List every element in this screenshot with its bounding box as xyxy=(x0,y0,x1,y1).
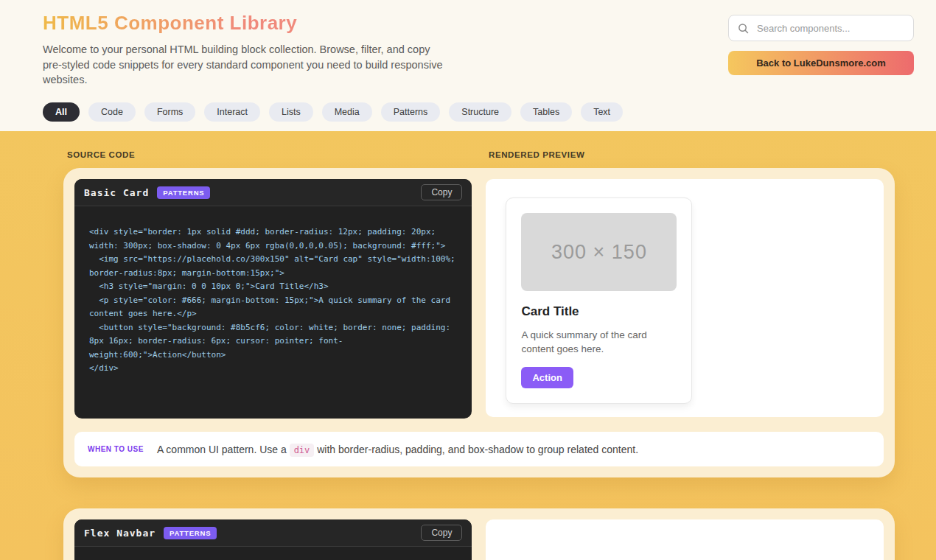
code-panel-header: Basic Card PATTERNS Copy xyxy=(74,179,472,206)
when-to-use-label: WHEN TO USE xyxy=(88,445,144,453)
search-icon xyxy=(738,23,749,34)
when-to-use-row: WHEN TO USE A common UI pattern. Use a d… xyxy=(74,432,884,466)
demo-card-title: Card Title xyxy=(521,304,677,319)
search-box[interactable] xyxy=(728,15,914,41)
filter-pill-patterns[interactable]: Patterns xyxy=(381,102,441,122)
source-code-block[interactable]: <div style="border: 1px solid #ddd; bord… xyxy=(74,206,472,391)
when-to-use-inline-code: div xyxy=(290,444,315,457)
filter-pill-forms[interactable]: Forms xyxy=(144,102,195,122)
source-code-block[interactable] xyxy=(74,547,472,560)
column-headers: SOURCE CODE RENDERED PREVIEW xyxy=(67,150,895,159)
main-content: SOURCE CODE RENDERED PREVIEW Basic Card … xyxy=(0,131,936,560)
filter-pill-interact[interactable]: Interact xyxy=(204,102,260,122)
category-badge: PATTERNS xyxy=(164,527,217,539)
code-panel: Flex Navbar PATTERNS Copy xyxy=(74,519,472,560)
back-to-site-button[interactable]: Back to LukeDunsmore.com xyxy=(728,51,914,75)
component-card-flex-navbar: Flex Navbar PATTERNS Copy xyxy=(63,508,895,560)
code-panel-header: Flex Navbar PATTERNS Copy xyxy=(74,519,472,547)
site-header: HTML5 Component Library Welcome to your … xyxy=(0,0,936,131)
component-card-basic-card: Basic Card PATTERNS Copy <div style="bor… xyxy=(63,168,895,477)
when-to-use-text-before: A common UI pattern. Use a xyxy=(157,444,290,455)
component-name: Basic Card xyxy=(84,187,149,198)
placeholder-image: 300 × 150 xyxy=(521,213,677,291)
filter-bar: All Code Forms Interact Lists Media Patt… xyxy=(43,102,914,122)
copy-button[interactable]: Copy xyxy=(421,525,462,541)
filter-pill-structure[interactable]: Structure xyxy=(449,102,511,122)
filter-pill-media[interactable]: Media xyxy=(322,102,372,122)
when-to-use-text: A common UI pattern. Use a div with bord… xyxy=(157,444,638,455)
demo-card: 300 × 150 Card Title A quick summary of … xyxy=(506,197,692,404)
copy-button[interactable]: Copy xyxy=(421,184,462,200)
filter-pill-text[interactable]: Text xyxy=(581,102,623,122)
filter-pill-code[interactable]: Code xyxy=(88,102,136,122)
category-badge: PATTERNS xyxy=(157,186,210,199)
code-panel: Basic Card PATTERNS Copy <div style="bor… xyxy=(74,179,472,419)
preview-panel xyxy=(486,519,884,560)
filter-pill-tables[interactable]: Tables xyxy=(520,102,572,122)
when-to-use-text-after: with border-radius, padding, and box-sha… xyxy=(314,444,638,455)
filter-pill-lists[interactable]: Lists xyxy=(269,102,313,122)
page-description: Welcome to your personal HTML building b… xyxy=(43,42,447,88)
rendered-preview-header: RENDERED PREVIEW xyxy=(489,150,584,159)
component-name: Flex Navbar xyxy=(84,528,156,539)
page-title: HTML5 Component Library xyxy=(43,12,297,35)
filter-pill-all[interactable]: All xyxy=(43,102,80,122)
preview-panel: 300 × 150 Card Title A quick summary of … xyxy=(486,179,884,417)
search-input[interactable] xyxy=(755,22,904,35)
demo-card-text: A quick summary of the card content goes… xyxy=(521,328,680,356)
demo-action-button[interactable]: Action xyxy=(521,367,573,388)
source-code-header: SOURCE CODE xyxy=(67,150,489,159)
